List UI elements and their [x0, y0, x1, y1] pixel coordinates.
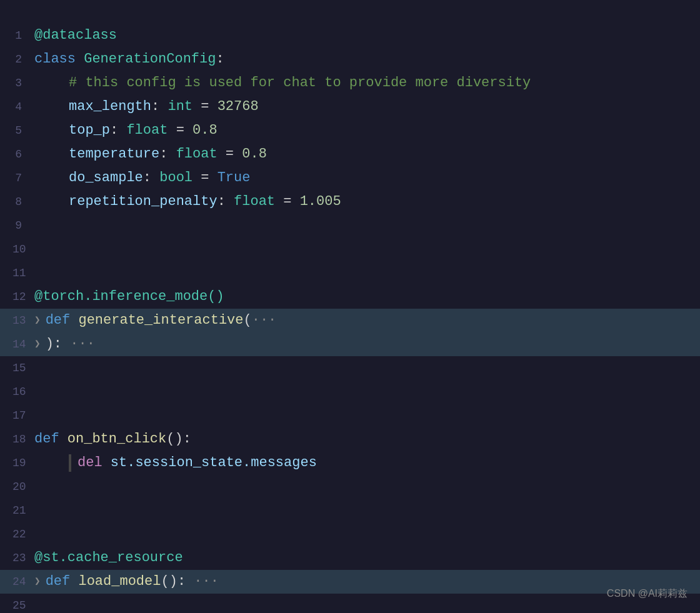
- line-12: 12 @torch.inference_mode(): [0, 285, 700, 309]
- value-num: 0.8: [192, 119, 218, 142]
- func-name: load_model: [78, 570, 161, 594]
- keyword-def: def: [46, 309, 79, 332]
- line-empty-8: 21: [0, 499, 700, 522]
- line-num-5: 5: [12, 119, 34, 142]
- line-num-25: 25: [12, 594, 34, 613]
- line-num-14: 14: [12, 332, 34, 356]
- line-num-16: 16: [12, 380, 34, 404]
- line-18: 18 def on_btn_click():: [0, 427, 700, 451]
- field-name: temperature: [69, 142, 159, 166]
- line-num-8: 8: [12, 190, 34, 214]
- value-num: 0.8: [242, 142, 267, 166]
- keyword-def: def: [34, 427, 68, 451]
- line-empty-2: 10: [0, 237, 700, 261]
- line-7: 7 do_sample: bool = True: [0, 166, 700, 190]
- colon: :: [216, 47, 224, 71]
- line-8: 8 repetition_penalty: float = 1.005: [0, 190, 700, 214]
- comment-text: # this config is used for chat to provid…: [69, 71, 531, 95]
- keyword-def: def: [46, 570, 79, 594]
- type-int: int: [168, 95, 192, 119]
- field-name: top_p: [69, 119, 110, 142]
- field-name: max_length: [69, 95, 151, 119]
- type-float: float: [126, 119, 168, 142]
- code-editor: 1 @dataclass 2 class GenerationConfig: 3…: [0, 0, 700, 613]
- line-num-22: 22: [12, 522, 34, 546]
- bool-true: True: [218, 166, 251, 190]
- line-empty-7: 20: [0, 475, 700, 499]
- line-2: 2 class GenerationConfig:: [0, 47, 700, 71]
- line-num-7: 7: [12, 166, 34, 190]
- class-name: GenerationConfig: [84, 47, 216, 71]
- line-4: 4 max_length: int = 32768: [0, 95, 700, 119]
- ellipsis: ···: [186, 570, 219, 594]
- func-name: on_btn_click: [68, 427, 166, 451]
- keyword-class: class: [34, 47, 84, 71]
- line-23: 23 @st.cache_resource: [0, 546, 700, 570]
- line-num-21: 21: [12, 499, 34, 522]
- line-num-2: 2: [12, 47, 34, 71]
- var-name: st.session_state.messages: [111, 451, 317, 475]
- keyword-del: del: [78, 451, 111, 475]
- type-bool: bool: [159, 166, 192, 190]
- collapse-arrow-icon[interactable]: ❯: [34, 309, 41, 332]
- line-num-23: 23: [12, 546, 34, 570]
- line-num-24: 24: [12, 570, 34, 594]
- line-num-4: 4: [12, 95, 34, 119]
- line-19: 19 del st.session_state.messages: [0, 451, 700, 475]
- line-num-13: 13: [12, 309, 34, 332]
- line-num-9: 9: [12, 214, 34, 237]
- collapse-arrow-icon[interactable]: ❯: [34, 332, 41, 356]
- ellipsis: ···: [62, 332, 95, 356]
- line-num-10: 10: [12, 237, 34, 261]
- line-num-11: 11: [12, 261, 34, 285]
- line-empty-9: 22: [0, 522, 700, 546]
- line-3: 3 # this config is used for chat to prov…: [0, 71, 700, 95]
- line-num-18: 18: [12, 427, 34, 451]
- line-empty-6: 17: [0, 404, 700, 427]
- line-empty-1: 9: [0, 214, 700, 237]
- line-num-1: 1: [12, 24, 34, 47]
- line-24: 24 ❯ def load_model(): ···: [0, 570, 700, 594]
- decorator-token: @dataclass: [34, 24, 117, 47]
- field-name: repetition_penalty: [69, 190, 218, 214]
- line-num-3: 3: [12, 71, 34, 95]
- func-name: generate_interactive: [78, 309, 243, 332]
- decorator-token: @st.cache_resource: [34, 546, 183, 570]
- decorator-token: @torch.inference_mode(): [34, 285, 224, 309]
- watermark: CSDN @AI莉莉兹: [607, 582, 688, 606]
- value-num: 1.005: [300, 190, 341, 214]
- line-empty-4: 15: [0, 356, 700, 380]
- line-num-19: 19: [12, 451, 34, 475]
- collapse-arrow-icon[interactable]: ❯: [34, 570, 41, 594]
- line-empty-top: [0, 0, 700, 24]
- line-5: 5 top_p: float = 0.8: [0, 119, 700, 142]
- line-num-12: 12: [12, 285, 34, 309]
- type-float: float: [176, 142, 218, 166]
- type-float: float: [234, 190, 275, 214]
- line-empty-10: 25: [0, 594, 700, 613]
- line-num-20: 20: [12, 475, 34, 499]
- line-6: 6 temperature: float = 0.8: [0, 142, 700, 166]
- line-num-17: 17: [12, 404, 34, 427]
- value-num: 32768: [218, 95, 259, 119]
- line-num-15: 15: [12, 356, 34, 380]
- line-1: 1 @dataclass: [0, 24, 700, 47]
- ellipsis: ···: [252, 309, 277, 332]
- line-empty-5: 16: [0, 380, 700, 404]
- line-empty-3: 11: [0, 261, 700, 285]
- line-13: 13 ❯ def generate_interactive(···: [0, 309, 700, 332]
- field-name: do_sample: [69, 166, 143, 190]
- line-num-6: 6: [12, 142, 34, 166]
- line-14: 14 ❯ ): ···: [0, 332, 700, 356]
